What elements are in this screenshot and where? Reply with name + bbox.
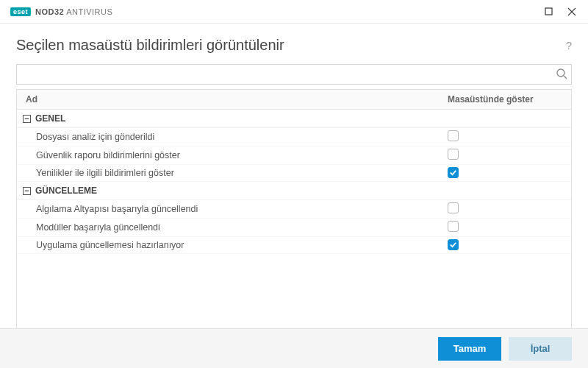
titlebar-brand: eset NOD32 ANTIVIRUS: [10, 7, 112, 16]
show-checkbox[interactable]: [448, 149, 459, 160]
product-name-rest: ANTIVIRUS: [66, 7, 112, 16]
item-checkbox-cell: [439, 165, 571, 181]
group-row[interactable]: −GENEL: [17, 110, 571, 128]
show-checkbox[interactable]: [448, 167, 459, 178]
cancel-button[interactable]: İptal: [509, 337, 572, 361]
item-label: Uygulama güncellemesi hazırlanıyor: [17, 237, 439, 253]
item-row: Yenilikler ile ilgili bildirimleri göste…: [17, 165, 571, 182]
item-label: Modüller başarıyla güncellendi: [17, 219, 439, 236]
show-checkbox[interactable]: [448, 130, 459, 141]
column-show-header[interactable]: Masaüstünde göster: [439, 90, 571, 109]
content: Seçilen masaüstü bildirimleri görüntülen…: [0, 24, 588, 333]
show-checkbox[interactable]: [448, 202, 459, 213]
close-button[interactable]: [562, 3, 582, 21]
collapse-icon[interactable]: −: [23, 115, 31, 123]
search-wrap: [16, 64, 572, 85]
svg-point-3: [557, 69, 564, 77]
svg-rect-0: [545, 8, 552, 15]
item-row: Modüller başarıyla güncellendi: [17, 219, 571, 237]
page-header: Seçilen masaüstü bildirimleri görüntülen…: [16, 37, 572, 54]
item-checkbox-cell: [439, 200, 571, 218]
ok-button[interactable]: Tamam: [438, 337, 501, 361]
column-name-header[interactable]: Ad: [17, 90, 439, 109]
window-controls: [538, 3, 582, 21]
table-header: Ad Masaüstünde göster: [17, 90, 571, 110]
item-checkbox-cell: [439, 128, 571, 146]
notifications-table: Ad Masaüstünde göster −GENELDosyası anal…: [16, 89, 572, 333]
group-label: GENEL: [35, 113, 65, 124]
item-row: Güvenlik raporu bildirimlerini göster: [17, 146, 571, 165]
titlebar: eset NOD32 ANTIVIRUS: [0, 0, 588, 24]
footer: Tamam İptal: [0, 328, 588, 368]
item-row: Algılama Altyapısı başarıyla güncellendi: [17, 200, 571, 219]
maximize-button[interactable]: [538, 3, 559, 21]
search-input[interactable]: [16, 64, 572, 85]
item-checkbox-cell: [439, 237, 571, 253]
collapse-icon[interactable]: −: [23, 187, 31, 195]
help-icon[interactable]: ?: [566, 39, 572, 52]
item-label: Dosyası analiz için gönderildi: [17, 129, 439, 145]
product-name-bold: NOD32: [35, 7, 64, 16]
show-checkbox[interactable]: [448, 239, 459, 250]
svg-line-4: [564, 76, 567, 79]
square-icon: [545, 7, 553, 15]
item-checkbox-cell: [439, 146, 571, 164]
show-checkbox[interactable]: [448, 221, 459, 232]
product-name: NOD32 ANTIVIRUS: [35, 7, 112, 16]
item-label: Güvenlik raporu bildirimlerini göster: [17, 147, 439, 163]
item-row: Uygulama güncellemesi hazırlanıyor: [17, 237, 571, 254]
group-label: GÜNCELLEME: [35, 185, 97, 196]
close-icon: [567, 7, 576, 16]
item-label: Algılama Altyapısı başarıyla güncellendi: [17, 201, 439, 217]
item-row: Dosyası analiz için gönderildi: [17, 128, 571, 146]
table-body: −GENELDosyası analiz için gönderildiGüve…: [17, 110, 571, 332]
item-checkbox-cell: [439, 219, 571, 236]
group-row[interactable]: −GÜNCELLEME: [17, 182, 571, 200]
brand-logo: eset: [10, 7, 31, 16]
page-title: Seçilen masaüstü bildirimleri görüntülen…: [16, 37, 284, 54]
item-label: Yenilikler ile ilgili bildirimleri göste…: [17, 165, 439, 181]
search-icon[interactable]: [556, 68, 567, 82]
